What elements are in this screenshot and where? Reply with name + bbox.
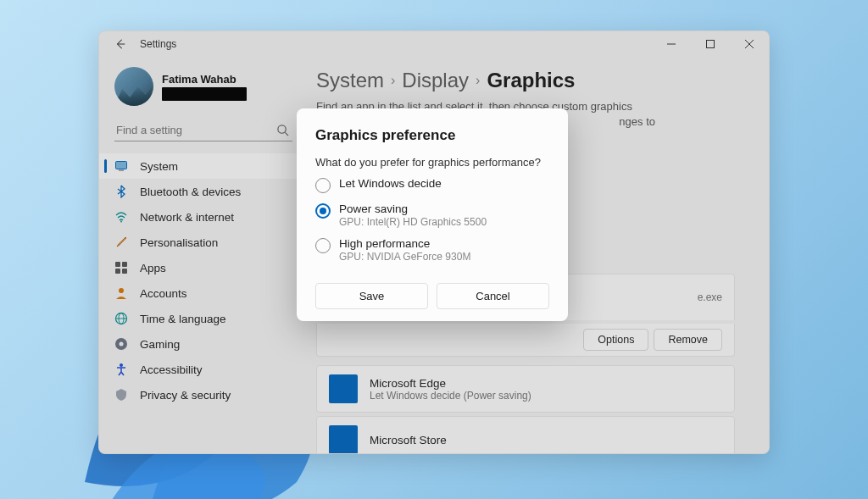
radio-icon-selected <box>315 203 331 219</box>
save-button[interactable]: Save <box>315 283 428 309</box>
radio-icon <box>315 238 331 253</box>
option-label: Power saving <box>339 202 487 215</box>
dialog-prompt: What do you prefer for graphics performa… <box>315 156 549 169</box>
graphics-preference-dialog: Graphics preference What do you prefer f… <box>297 108 568 321</box>
option-power-saving[interactable]: Power saving GPU: Intel(R) HD Graphics 5… <box>315 202 549 228</box>
dialog-title: Graphics preference <box>315 127 549 144</box>
option-let-windows-decide[interactable]: Let Windows decide <box>315 177 549 193</box>
option-label: Let Windows decide <box>339 177 442 190</box>
option-high-performance[interactable]: High performance GPU: NVIDIA GeForce 930… <box>315 237 549 263</box>
option-sub: GPU: NVIDIA GeForce 930M <box>339 251 470 263</box>
option-sub: GPU: Intel(R) HD Graphics 5500 <box>339 216 487 228</box>
radio-icon <box>315 178 331 193</box>
cancel-button[interactable]: Cancel <box>437 283 549 309</box>
option-label: High performance <box>339 237 470 250</box>
